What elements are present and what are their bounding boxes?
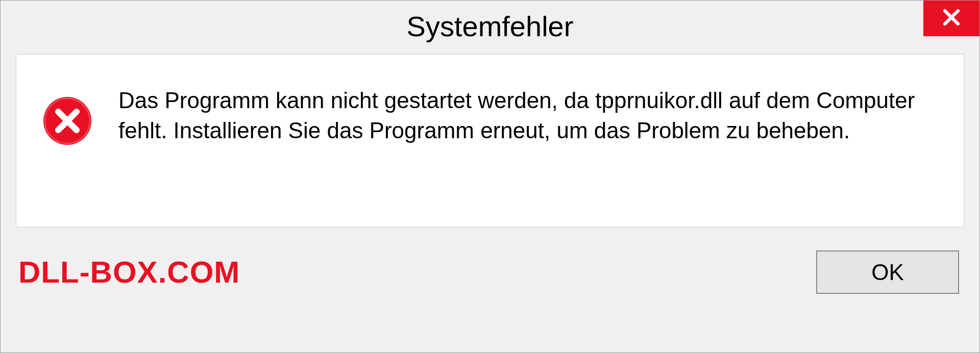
footer: DLL-BOX.COM OK (1, 240, 979, 307)
error-icon (42, 95, 93, 146)
ok-button-label: OK (871, 260, 904, 285)
watermark-text: DLL-BOX.COM (18, 255, 240, 290)
ok-button[interactable]: OK (816, 250, 959, 294)
close-button[interactable] (923, 1, 979, 36)
titlebar: Systemfehler (1, 1, 979, 52)
close-icon (940, 6, 963, 31)
content-box: Das Programm kann nicht gestartet werden… (16, 54, 964, 228)
dialog-title: Systemfehler (407, 10, 574, 43)
error-message: Das Programm kann nicht gestartet werden… (118, 85, 933, 146)
